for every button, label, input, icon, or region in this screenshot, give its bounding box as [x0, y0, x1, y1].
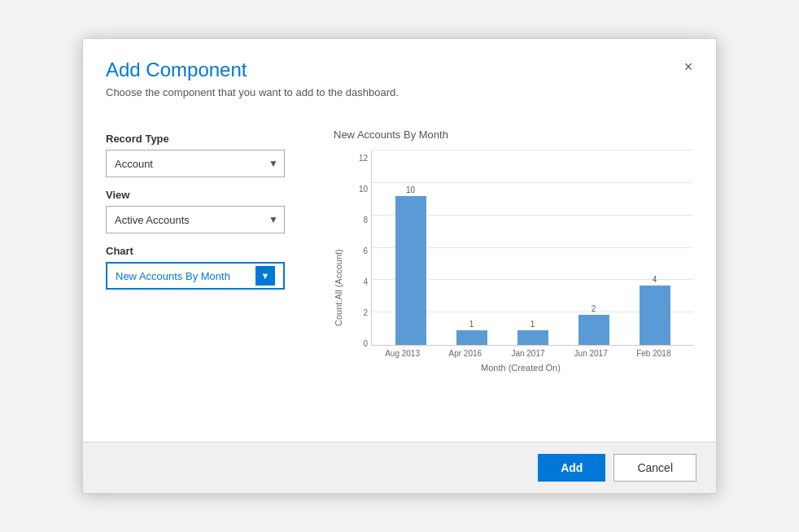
- chart-field: Chart New Accounts By Month ▼: [106, 245, 309, 290]
- bar-group-jan2017: 1: [517, 320, 548, 345]
- add-button[interactable]: Add: [538, 454, 605, 482]
- bar-group-aug2013: 10: [395, 185, 426, 345]
- record-type-select[interactable]: Account Contact Lead Opportunity: [106, 150, 285, 177]
- view-select-wrapper: Active Accounts All Accounts Inactive Ac…: [106, 206, 285, 233]
- add-component-dialog: Add Component Choose the component that …: [82, 38, 717, 494]
- bar-value-aug2013: 10: [406, 185, 415, 194]
- bar-apr2016: [456, 330, 487, 345]
- bar-jun2017: [579, 315, 609, 345]
- bar-value-jun2017: 2: [592, 304, 596, 313]
- chart-select-wrapper: New Accounts By Month ▼: [106, 262, 285, 290]
- y-tick-2: 2: [348, 309, 371, 317]
- chart-select-button[interactable]: New Accounts By Month ▼: [106, 262, 285, 290]
- dialog-title: Add Component: [106, 59, 693, 81]
- right-panel: New Accounts By Month Count:All (Account…: [334, 124, 693, 425]
- dialog-body: Record Type Account Contact Lead Opportu…: [83, 108, 716, 442]
- cancel-button[interactable]: Cancel: [613, 454, 696, 482]
- record-type-select-wrapper: Account Contact Lead Opportunity ▼: [106, 150, 285, 177]
- bar-aug2013: [395, 196, 426, 345]
- view-select[interactable]: Active Accounts All Accounts Inactive Ac…: [106, 206, 285, 233]
- close-button[interactable]: ×: [677, 55, 700, 78]
- bar-value-feb2018: 4: [653, 275, 657, 284]
- y-tick-0: 0: [348, 340, 371, 348]
- x-label-jun2017: Jun 2017: [569, 349, 613, 358]
- y-tick-12: 12: [348, 155, 371, 163]
- bar-value-apr2016: 1: [469, 320, 474, 329]
- view-field: View Active Accounts All Accounts Inacti…: [106, 189, 309, 233]
- x-label-feb2018: Feb 2018: [631, 349, 676, 358]
- y-tick-8: 8: [348, 216, 371, 225]
- y-tick-10: 10: [348, 185, 371, 194]
- bar-value-jan2017: 1: [530, 320, 535, 329]
- left-panel: Record Type Account Contact Lead Opportu…: [106, 124, 309, 425]
- record-type-label: Record Type: [106, 133, 309, 145]
- x-label-apr2016: Apr 2016: [443, 349, 487, 358]
- y-tick-4: 4: [348, 278, 371, 286]
- dialog-header: Add Component Choose the component that …: [83, 39, 716, 108]
- x-axis-labels: Aug 2013 Apr 2016 Jan 2017 Jun 2017 Feb …: [348, 346, 693, 358]
- bar-jan2017: [517, 330, 548, 345]
- view-label: View: [106, 189, 309, 201]
- y-ticks: 0 2 4 6 8 10 12: [348, 150, 371, 346]
- bar-group-feb2018: 4: [640, 275, 670, 345]
- x-label-aug2013: Aug 2013: [380, 349, 425, 358]
- x-axis-title: Month (Created On): [348, 363, 693, 373]
- chart-container: Count:All (Account) 0 2 4 6 8 10 1: [334, 150, 693, 425]
- dialog-subtitle: Choose the component that you want to ad…: [106, 86, 693, 98]
- chart-plot: 10 1: [371, 150, 693, 346]
- y-tick-6: 6: [348, 247, 371, 255]
- record-type-field: Record Type Account Contact Lead Opportu…: [106, 133, 309, 177]
- chart-inner: 0 2 4 6 8 10 12: [348, 150, 693, 425]
- bar-group-jun2017: 2: [579, 304, 609, 345]
- y-axis-label: Count:All (Account): [334, 150, 343, 425]
- chart-chevron-icon: ▼: [255, 266, 275, 286]
- dialog-footer: Add Cancel: [83, 442, 716, 493]
- chart-plot-area: 0 2 4 6 8 10 12: [348, 150, 693, 346]
- chart-select-value: New Accounts By Month: [116, 270, 230, 282]
- chart-title: New Accounts By Month: [334, 129, 693, 141]
- chart-area: Count:All (Account) 0 2 4 6 8 10 1: [334, 150, 693, 425]
- bars-container: 10 1: [372, 150, 693, 345]
- bar-group-apr2016: 1: [456, 320, 487, 345]
- bar-feb2018: [640, 286, 670, 345]
- x-label-jan2017: Jan 2017: [505, 349, 550, 358]
- chart-label: Chart: [106, 245, 309, 257]
